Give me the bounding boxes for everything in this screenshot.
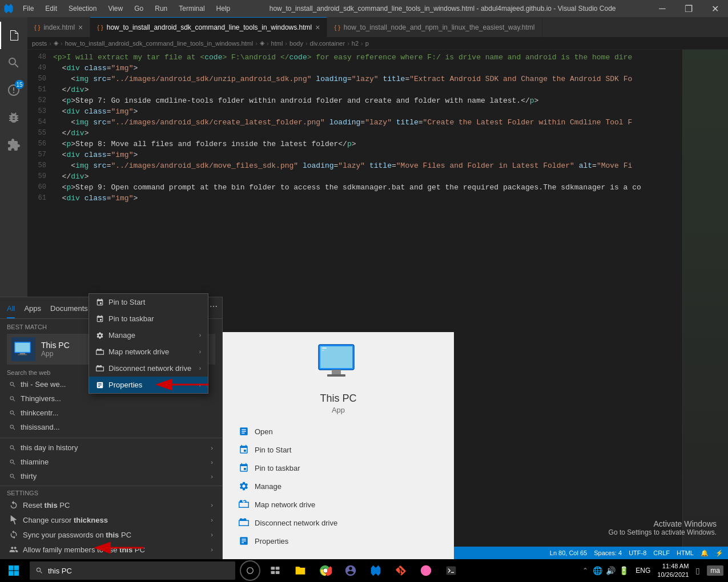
ctx-manage[interactable]: Manage › [89, 327, 208, 343]
taskbar-search-input[interactable] [48, 567, 230, 575]
taskbar-git[interactable] [388, 559, 413, 582]
ctx-pin-start[interactable]: Pin to Start [89, 294, 208, 310]
taskbar-teams[interactable] [338, 559, 363, 582]
tray-language[interactable]: ENG [636, 567, 650, 575]
code-line-59: 59 </div> [27, 171, 728, 182]
ctx-pin-taskbar[interactable]: Pin to taskbar [89, 310, 208, 327]
tray-expand[interactable]: ⌃ [582, 567, 588, 575]
tab-documents[interactable]: Documents [50, 302, 88, 318]
ctx-map-drive[interactable]: Map network drive › [89, 343, 208, 360]
taskbar-search-bar[interactable] [30, 561, 235, 580]
breadcrumb-item[interactable]: h2 [352, 40, 359, 47]
web-item-thirty[interactable]: thirty › [7, 469, 215, 483]
maximize-button[interactable]: ❐ [675, 0, 702, 17]
breadcrumb-item[interactable]: ◈ [260, 39, 264, 47]
menu-file[interactable]: File [17, 0, 39, 17]
tray-icons: 🌐 🔊 🔋 [593, 566, 629, 575]
menu-go[interactable]: Go [128, 0, 149, 17]
taskbar-terminal[interactable] [439, 559, 464, 582]
taskbar-chrome[interactable] [313, 559, 338, 582]
settings-reset[interactable]: Reset this PC › [7, 498, 215, 512]
action-properties[interactable]: Properties [234, 532, 443, 550]
status-position[interactable]: Ln 80, Col 65 [550, 549, 587, 556]
svg-rect-16 [320, 346, 352, 368]
action-properties-label: Properties [255, 537, 288, 545]
status-language[interactable]: HTML [677, 549, 694, 556]
activity-search[interactable] [0, 49, 27, 76]
breadcrumb-item[interactable]: p [365, 40, 369, 47]
activity-debug[interactable] [0, 104, 27, 131]
thirty-text: thirty [21, 472, 37, 480]
breadcrumb-item[interactable]: div.container [310, 40, 345, 47]
taskbar-explorer[interactable] [288, 559, 313, 582]
tab-apps[interactable]: Apps [24, 302, 41, 318]
taskbar-extra[interactable] [413, 559, 439, 582]
svg-rect-17 [332, 370, 341, 374]
status-spaces[interactable]: Spaces: 4 [594, 549, 622, 556]
minimize-button[interactable]: ─ [649, 0, 675, 17]
tab-index-html[interactable]: { } index.html × [27, 17, 90, 37]
status-encoding[interactable]: UTF-8 [629, 549, 646, 556]
close-button[interactable]: ✕ [702, 0, 728, 17]
web-search-icon-4 [9, 424, 16, 431]
menu-terminal[interactable]: Terminal [173, 0, 210, 17]
tray-network[interactable]: 🌐 [593, 566, 602, 575]
tab-all[interactable]: All [7, 302, 15, 318]
breadcrumb-item[interactable]: posts [32, 40, 47, 47]
action-pin-start[interactable]: Pin to Start [234, 440, 443, 459]
tab-node-html[interactable]: { } how_to_install_node_and_npm_in_linux… [327, 17, 542, 37]
activity-explorer[interactable] [0, 22, 27, 49]
action-disconnect-label: Disconnect network drive [255, 519, 337, 527]
activate-title: Activate Windows [609, 519, 717, 528]
action-disconnect[interactable]: Disconnect network drive [234, 514, 443, 532]
menu-help[interactable]: Help [211, 0, 236, 17]
tray-volume[interactable]: 🔊 [606, 566, 616, 575]
status-eol[interactable]: CRLF [653, 549, 670, 556]
menu-edit[interactable]: Edit [39, 0, 63, 17]
menu-bar[interactable]: File Edit Selection View Go Run Terminal… [17, 0, 236, 17]
tab-android-html[interactable]: { } how_to_install_android_sdk_command_l… [90, 17, 327, 37]
minimap [682, 50, 728, 569]
divider-2 [0, 486, 222, 486]
title-bar: File Edit Selection View Go Run Terminal… [0, 0, 728, 17]
window-controls[interactable]: ─ ❐ ✕ [649, 0, 728, 17]
breadcrumb-item[interactable]: html [271, 40, 283, 47]
taskbar-vscode[interactable] [363, 559, 388, 582]
menu-run[interactable]: Run [149, 0, 173, 17]
svg-rect-2 [9, 571, 14, 576]
menu-view[interactable]: View [102, 0, 128, 17]
start-button[interactable] [0, 559, 27, 582]
cortana-button[interactable] [240, 560, 260, 581]
tray-battery[interactable]: 🔋 [619, 566, 629, 575]
clock[interactable]: 11:48 AM 10/26/2021 [657, 562, 689, 580]
action-map-drive[interactable]: Map network drive [234, 495, 443, 514]
tab-close-active[interactable]: × [315, 23, 320, 32]
settings-cursor[interactable]: Change cursor thickness › [7, 512, 215, 527]
breadcrumb-item[interactable]: body [289, 40, 303, 47]
web-item-3[interactable]: thinkcentr... [7, 406, 215, 420]
task-view-button[interactable] [263, 559, 288, 582]
code-line-51: 51 </div> [27, 84, 728, 95]
breadcrumb-item[interactable]: how_to_install_android_sdk_command_line_… [65, 40, 254, 47]
search-panel-icon2[interactable]: ⋯ [210, 302, 218, 311]
action-open[interactable]: Open [234, 422, 443, 440]
ctx-disconnect-arrow: › [199, 365, 201, 371]
notification-badge[interactable]: ma [707, 565, 723, 576]
web-item-history[interactable]: this day in history › [7, 440, 215, 455]
breadcrumb-item[interactable]: ◈ [54, 39, 58, 47]
activity-git[interactable]: 15 [0, 76, 27, 104]
menu-selection[interactable]: Selection [63, 0, 102, 17]
action-pin-taskbar[interactable]: Pin to taskbar [234, 459, 443, 477]
action-manage[interactable]: Manage [234, 477, 443, 495]
status-error[interactable]: ⚡ [715, 549, 723, 557]
svg-point-4 [247, 568, 254, 574]
map-drive-icon [239, 499, 249, 510]
web-item-text-2: Thingivers... [21, 394, 61, 403]
activity-extensions[interactable] [0, 131, 27, 159]
tab-close[interactable]: × [78, 23, 83, 32]
web-item-4[interactable]: thisissand... [7, 420, 215, 434]
tray-show-desktop[interactable]: ▯ [695, 566, 700, 575]
web-item-thiamine[interactable]: thiamine › [7, 455, 215, 469]
status-bell[interactable]: 🔔 [701, 549, 709, 557]
code-line-58: 58 <img src="../images/android_sdk/move_… [27, 160, 728, 171]
